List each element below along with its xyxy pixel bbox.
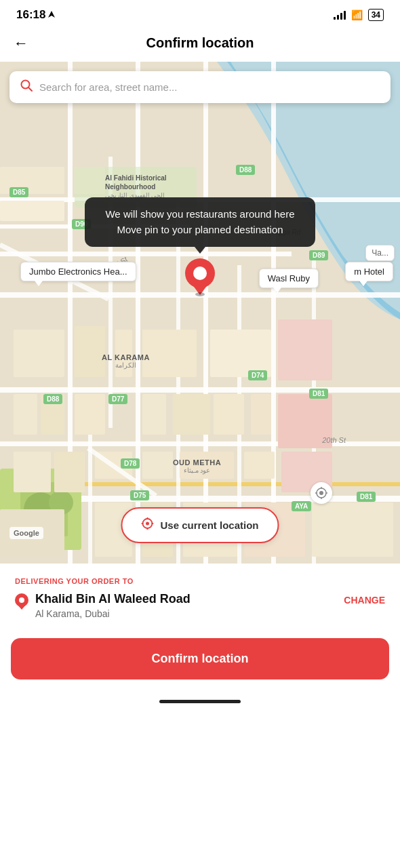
address-left: Khalid Bin Al Waleed Road Al Karama, Dub… [15, 592, 191, 619]
road-badge-d88: D88 [43, 394, 62, 404]
delivery-section: DELIVERING YOUR ORDER TO Khalid Bin Al W… [0, 564, 400, 630]
svg-rect-42 [14, 452, 51, 492]
road-badge-d78: D78 [121, 458, 140, 469]
district-al-karama: AL KARAMA الكرامة [102, 353, 150, 369]
svg-rect-27 [14, 330, 64, 377]
road-badge-aya: AYA [292, 501, 311, 511]
svg-rect-45 [142, 452, 173, 479]
use-location-label: Use current location [160, 519, 258, 531]
svg-rect-13 [271, 62, 276, 564]
svg-point-81 [19, 597, 24, 603]
road-badge-d81: D81 [309, 389, 328, 399]
svg-text:Al Fahidi Historical: Al Fahidi Historical [105, 174, 167, 182]
svg-rect-18 [88, 435, 92, 564]
road-badge-d77: D77 [108, 394, 127, 404]
svg-rect-43 [54, 452, 85, 492]
svg-rect-11 [136, 62, 140, 564]
map-container[interactable]: 3rd St 20th St Al Fahidi Historical Neig… [0, 62, 400, 564]
delivering-label: DELIVERING YOUR ORDER TO [15, 577, 385, 585]
map-pin [185, 258, 215, 296]
svg-rect-33 [278, 319, 332, 380]
search-icon [20, 79, 33, 95]
signal-icon [334, 10, 346, 20]
svg-rect-39 [173, 394, 210, 435]
district-oud-metha: OUD METHA عود مـيثاء [173, 458, 221, 474]
wifi-icon: 📶 [351, 9, 363, 20]
use-current-location-button[interactable]: Use current location [121, 507, 279, 543]
svg-rect-53 [312, 502, 393, 557]
svg-marker-82 [18, 605, 26, 610]
change-button[interactable]: CHANGE [344, 592, 385, 606]
back-button[interactable]: ← [14, 35, 28, 52]
road-badge-d89: D89 [309, 250, 328, 260]
map-location-icon[interactable] [311, 482, 332, 504]
svg-rect-12 [203, 62, 208, 564]
location-target-icon [141, 517, 153, 533]
map-label-wasl: Wasl Ruby [259, 269, 319, 288]
status-icons: 📶 34 [334, 9, 384, 21]
svg-rect-47 [244, 452, 275, 479]
tooltip-line1: We will show you restaurants around here [100, 207, 300, 222]
confirm-location-button[interactable]: Confirm location [11, 638, 389, 679]
address-details: Khalid Bin Al Waleed Road Al Karama, Dub… [35, 592, 191, 619]
svg-rect-30 [14, 394, 37, 435]
status-bar: 16:18 📶 34 [0, 0, 400, 27]
home-bar [159, 700, 241, 703]
map-background: 3rd St 20th St Al Fahidi Historical Neig… [0, 62, 400, 564]
map-label-hotel: m Hotel [345, 262, 393, 281]
svg-rect-4 [0, 387, 400, 393]
svg-point-66 [193, 267, 207, 280]
map-tooltip: We will show you restaurants around here… [85, 197, 315, 247]
road-badge-d81-2: D81 [357, 492, 376, 502]
svg-marker-0 [48, 11, 55, 18]
svg-rect-41 [251, 394, 271, 435]
address-main: Khalid Bin Al Waleed Road [35, 592, 191, 606]
map-label-cha: Ча... [365, 245, 395, 261]
svg-rect-32 [75, 394, 105, 435]
address-sub: Al Karama, Dubai [35, 608, 191, 619]
header: ← Confirm location [0, 27, 400, 62]
svg-rect-20 [0, 201, 64, 221]
tooltip-line2: Move pin to your planned destination [100, 222, 300, 238]
road-label-20th: 20th St [322, 436, 346, 444]
road-badge-d88-top: D88 [236, 165, 255, 175]
svg-rect-28 [75, 326, 105, 377]
home-indicator [0, 693, 400, 714]
time-display: 16:18 [16, 8, 45, 22]
svg-rect-3 [0, 252, 292, 256]
status-time: 16:18 [16, 8, 56, 22]
road-badge-d85: D85 [9, 187, 28, 197]
svg-line-64 [28, 87, 32, 91]
svg-rect-36 [142, 330, 197, 377]
svg-point-69 [319, 491, 323, 495]
svg-text:Neighbourhood: Neighbourhood [105, 183, 155, 191]
search-input[interactable]: Search for area, street name... [39, 81, 380, 93]
battery-icon: 34 [368, 9, 384, 21]
location-arrow-icon [48, 11, 56, 19]
road-badge-d74: D74 [248, 370, 267, 380]
map-label-jumbo: Jumbo Electronics Hea... [20, 262, 136, 281]
page-title: Confirm location [146, 35, 254, 51]
google-watermark: Google [9, 527, 43, 539]
svg-rect-38 [142, 394, 166, 435]
road-badge-d75: D75 [130, 490, 149, 500]
svg-rect-40 [214, 394, 244, 435]
address-row: Khalid Bin Al Waleed Road Al Karama, Dub… [15, 592, 385, 619]
address-pin-icon [15, 593, 28, 613]
search-bar[interactable]: Search for area, street name... [9, 71, 391, 103]
svg-point-75 [146, 522, 149, 526]
